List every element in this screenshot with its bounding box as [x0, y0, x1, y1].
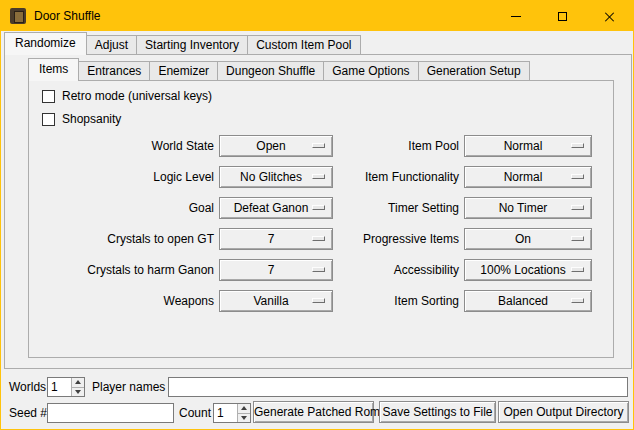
- item-functionality-label: Item Functionality: [337, 166, 459, 188]
- count-spinbox[interactable]: 1: [213, 403, 251, 423]
- progressive-items-dropdown[interactable]: On: [464, 228, 592, 250]
- open-output-directory-button[interactable]: Open Output Directory: [498, 401, 629, 423]
- timer-setting-value: No Timer: [499, 201, 558, 215]
- timer-setting-label: Timer Setting: [337, 197, 459, 219]
- world-state-dropdown[interactable]: Open: [219, 135, 333, 157]
- spinner-down-icon[interactable]: [72, 388, 84, 397]
- worlds-spinner: [71, 378, 84, 396]
- item-functionality-dropdown[interactable]: Normal: [464, 166, 592, 188]
- tab-custom-item-pool[interactable]: Custom Item Pool: [247, 35, 360, 54]
- tab-starting-inventory[interactable]: Starting Inventory: [136, 35, 248, 54]
- dropdown-indicator-icon: [312, 298, 325, 303]
- dropdown-indicator-icon: [571, 205, 584, 210]
- worlds-spinbox[interactable]: 1: [47, 377, 85, 397]
- crystals-gt-value: 7: [268, 232, 285, 246]
- retro-mode-label: Retro mode (universal keys): [62, 89, 212, 103]
- progressive-items-label: Progressive Items: [337, 228, 459, 250]
- crystals-gt-dropdown[interactable]: 7: [219, 228, 333, 250]
- weapons-value: Vanilla: [253, 294, 298, 308]
- player-names-label: Player names: [92, 377, 165, 397]
- worlds-value: 1: [48, 378, 71, 396]
- crystals-ganon-label: Crystals to harm Ganon: [29, 259, 214, 281]
- sub-tab-bar: Items Entrances Enemizer Dungeon Shuffle…: [28, 58, 529, 80]
- worlds-label: Worlds: [9, 377, 46, 397]
- spinner-up-icon[interactable]: [72, 378, 84, 388]
- spinner-down-icon[interactable]: [238, 414, 250, 423]
- goal-label: Goal: [29, 197, 214, 219]
- retro-mode-checkbox-row[interactable]: Retro mode (universal keys): [42, 88, 212, 104]
- dropdown-indicator-icon: [312, 236, 325, 241]
- tab-generation-setup[interactable]: Generation Setup: [418, 61, 530, 80]
- caption-buttons: [492, 1, 633, 31]
- accessibility-dropdown[interactable]: 100% Locations: [464, 259, 592, 281]
- count-spinner: [237, 404, 250, 422]
- shopsanity-label: Shopsanity: [62, 112, 121, 126]
- tab-dungeon-shuffle[interactable]: Dungeon Shuffle: [217, 61, 324, 80]
- tab-entrances[interactable]: Entrances: [78, 61, 150, 80]
- dropdown-indicator-icon: [571, 236, 584, 241]
- weapons-label: Weapons: [29, 290, 214, 312]
- title-bar[interactable]: Door Shuffle: [1, 1, 633, 31]
- logic-level-label: Logic Level: [29, 166, 214, 188]
- world-state-label: World State: [29, 135, 214, 157]
- generate-patched-rom-button[interactable]: Generate Patched Rom: [253, 401, 374, 423]
- tab-items[interactable]: Items: [28, 58, 79, 81]
- dropdown-indicator-icon: [312, 143, 325, 148]
- maximize-icon: [558, 12, 567, 21]
- main-tab-bar: Randomize Adjust Starting Inventory Cust…: [4, 32, 360, 54]
- count-label: Count: [179, 403, 211, 423]
- dropdown-indicator-icon: [571, 298, 584, 303]
- goal-dropdown[interactable]: Defeat Ganon: [219, 197, 333, 219]
- minimize-button[interactable]: [492, 1, 539, 31]
- dropdown-indicator-icon: [312, 267, 325, 272]
- progressive-items-value: On: [515, 232, 541, 246]
- seed-label: Seed #: [9, 403, 47, 423]
- crystals-ganon-dropdown[interactable]: 7: [219, 259, 333, 281]
- weapons-dropdown[interactable]: Vanilla: [219, 290, 333, 312]
- item-functionality-value: Normal: [504, 170, 553, 184]
- timer-setting-dropdown[interactable]: No Timer: [464, 197, 592, 219]
- items-tab-pane: Retro mode (universal keys) Shopsanity W…: [28, 80, 614, 358]
- dropdown-indicator-icon: [571, 143, 584, 148]
- tab-randomize[interactable]: Randomize: [4, 32, 87, 55]
- count-value: 1: [214, 404, 237, 422]
- item-sorting-label: Item Sorting: [337, 290, 459, 312]
- save-settings-button[interactable]: Save Settings to File: [379, 401, 496, 423]
- minimize-icon: [511, 16, 521, 17]
- dropdown-indicator-icon: [571, 174, 584, 179]
- close-button[interactable]: [586, 1, 633, 31]
- spinner-up-icon[interactable]: [238, 404, 250, 414]
- retro-mode-checkbox[interactable]: [42, 90, 55, 103]
- crystals-gt-label: Crystals to open GT: [29, 228, 214, 250]
- crystals-ganon-value: 7: [268, 263, 285, 277]
- dropdown-indicator-icon: [312, 174, 325, 179]
- seed-input[interactable]: [47, 403, 174, 423]
- item-pool-label: Item Pool: [337, 135, 459, 157]
- shopsanity-checkbox[interactable]: [42, 113, 55, 126]
- app-icon: [10, 8, 26, 24]
- tab-game-options[interactable]: Game Options: [323, 61, 418, 80]
- logic-level-dropdown[interactable]: No Glitches: [219, 166, 333, 188]
- maximize-button[interactable]: [539, 1, 586, 31]
- dropdown-indicator-icon: [312, 205, 325, 210]
- shopsanity-checkbox-row[interactable]: Shopsanity: [42, 111, 121, 127]
- logic-level-value: No Glitches: [240, 170, 312, 184]
- door-shuffle-window: Door Shuffle Randomize Adjust Starting I…: [0, 0, 634, 430]
- window-title: Door Shuffle: [34, 9, 101, 23]
- item-sorting-value: Balanced: [498, 294, 558, 308]
- tab-enemizer[interactable]: Enemizer: [149, 61, 218, 80]
- item-pool-value: Normal: [504, 139, 553, 153]
- item-sorting-dropdown[interactable]: Balanced: [464, 290, 592, 312]
- dropdown-indicator-icon: [571, 267, 584, 272]
- goal-value: Defeat Ganon: [234, 201, 319, 215]
- item-pool-dropdown[interactable]: Normal: [464, 135, 592, 157]
- tab-adjust[interactable]: Adjust: [86, 35, 137, 54]
- accessibility-label: Accessibility: [337, 259, 459, 281]
- player-names-input[interactable]: [168, 377, 628, 397]
- world-state-value: Open: [256, 139, 295, 153]
- accessibility-value: 100% Locations: [480, 263, 575, 277]
- close-icon: [604, 11, 615, 22]
